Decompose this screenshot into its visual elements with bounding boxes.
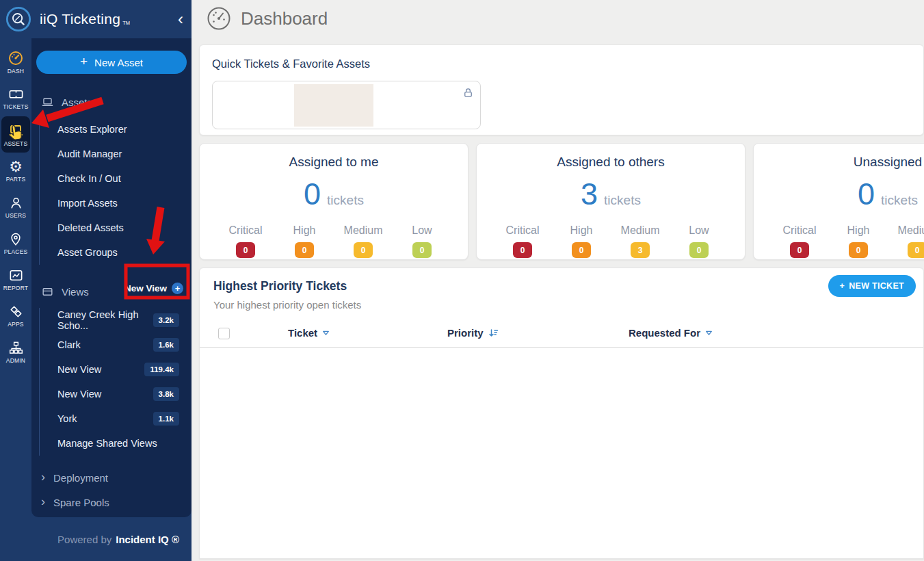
sidebar-item-check-in-out[interactable]: Check In / Out bbox=[57, 166, 192, 191]
count-badge: 119.4k bbox=[144, 363, 179, 376]
ticket-count-unit: tickets bbox=[327, 193, 364, 208]
gear-icon: ⚙ bbox=[9, 159, 23, 174]
rail-item-places[interactable]: PLACES bbox=[1, 225, 30, 261]
priority-low: Low 0 bbox=[670, 224, 728, 258]
priority-count-badge: 0 bbox=[790, 242, 809, 258]
rail-item-admin[interactable]: ADMIN bbox=[1, 334, 30, 370]
column-header-requested-for[interactable]: Requested For bbox=[629, 327, 713, 339]
sidebar-section-deployment[interactable]: › Deployment bbox=[41, 465, 192, 490]
menu-item-label: Asset Groups bbox=[57, 247, 118, 258]
rail-item-label: ASSETS bbox=[4, 140, 28, 147]
priority-label: High bbox=[829, 224, 888, 237]
priority-low: Low 0 bbox=[393, 224, 451, 258]
view-item-new-view-2[interactable]: New View 3.8k bbox=[57, 382, 192, 406]
plus-icon: + bbox=[840, 281, 845, 291]
views-section-label: Views bbox=[62, 286, 89, 298]
view-item-label: Caney Creek High Scho... bbox=[57, 309, 153, 331]
priority-label: Critical bbox=[493, 224, 552, 237]
trademark: TM bbox=[122, 20, 130, 26]
rail-item-dash[interactable]: DASH bbox=[1, 44, 30, 80]
assets-section-header[interactable]: Assets bbox=[41, 96, 187, 109]
view-item-clark[interactable]: Clark 1.6k bbox=[57, 332, 192, 357]
sidebar-item-assets-explorer[interactable]: Assets Explorer bbox=[57, 117, 192, 142]
rail-item-users[interactable]: USERS bbox=[1, 189, 30, 225]
priority-count-badge: 0 bbox=[354, 242, 373, 258]
rail-item-label: USERS bbox=[5, 212, 26, 219]
quick-tickets-title: Quick Tickets & Favorite Assets bbox=[212, 57, 911, 70]
rail-item-label: PARTS bbox=[6, 176, 26, 183]
collapse-sidebar-icon[interactable]: ‹ bbox=[178, 11, 183, 27]
priority-medium: Medium 0 bbox=[888, 224, 924, 258]
chevron-down-icon bbox=[704, 328, 713, 337]
rail-item-label: APPS bbox=[8, 321, 23, 328]
new-asset-button[interactable]: + New Asset bbox=[36, 51, 187, 74]
sidebar-item-audit-manager[interactable]: Audit Manager bbox=[57, 142, 192, 166]
quick-tickets-card: Quick Tickets & Favorite Assets bbox=[199, 44, 924, 135]
menu-item-label: Import Assets bbox=[57, 198, 118, 209]
stat-card-title: Assigned to me bbox=[200, 155, 468, 170]
views-menu: Caney Creek High Scho... 3.2k Clark 1.6k… bbox=[39, 308, 192, 456]
priority-count-badge: 0 bbox=[412, 242, 432, 258]
priority-label: Low bbox=[393, 224, 451, 237]
stat-card-assigned-to-others: Assigned to others 3 tickets Critical 0 … bbox=[476, 143, 745, 260]
new-asset-label: New Asset bbox=[94, 57, 143, 68]
new-view-label: New View bbox=[124, 283, 167, 293]
ticket-count: 0 bbox=[304, 177, 321, 212]
priority-label: High bbox=[275, 224, 334, 237]
column-header-priority[interactable]: Priority bbox=[447, 327, 499, 339]
rail-item-assets[interactable]: ASSETS bbox=[1, 116, 30, 153]
new-view-button[interactable]: New View + bbox=[124, 283, 183, 294]
quick-tickets-strip[interactable] bbox=[212, 81, 481, 129]
rail-item-tickets[interactable]: TICKETS bbox=[1, 80, 30, 116]
page-title: Dashboard bbox=[241, 8, 328, 29]
view-item-label: York bbox=[57, 413, 77, 424]
lock-icon bbox=[462, 87, 474, 101]
highest-priority-tickets-panel: Highest Priority Tickets Your highest pr… bbox=[199, 268, 924, 559]
count-badge: 3.8k bbox=[153, 387, 179, 401]
view-item-new-view-1[interactable]: New View 119.4k bbox=[57, 357, 192, 382]
column-header-ticket[interactable]: Ticket bbox=[288, 327, 330, 339]
priority-label: Critical bbox=[770, 224, 829, 237]
sidebar-section-spare-pools[interactable]: › Spare Pools bbox=[41, 490, 192, 514]
select-all-checkbox[interactable] bbox=[218, 328, 230, 339]
menu-item-label: Check In / Out bbox=[57, 173, 121, 184]
rail-item-parts[interactable]: ⚙ PARTS bbox=[1, 153, 30, 189]
powered-by-footer: Powered by Incident IQ ® bbox=[0, 517, 192, 561]
rail-item-report[interactable]: REPORT bbox=[1, 261, 30, 298]
powered-by-text: Powered by bbox=[57, 534, 111, 545]
stat-cards-row: Assigned to me 0 tickets Critical 0 High… bbox=[199, 143, 924, 260]
views-grid-icon bbox=[41, 285, 54, 298]
laptop-icon bbox=[8, 122, 24, 139]
count-badge: 1.6k bbox=[153, 338, 179, 352]
rail-item-label: REPORT bbox=[3, 285, 28, 291]
view-item-york[interactable]: York 1.1k bbox=[57, 406, 192, 431]
section-label: Spare Pools bbox=[53, 497, 109, 508]
sidebar-item-manage-shared-views[interactable]: Manage Shared Views bbox=[57, 431, 192, 456]
rail-item-apps[interactable]: APPS bbox=[1, 298, 30, 334]
column-label: Requested For bbox=[629, 327, 700, 339]
sidebar-item-deleted-assets[interactable]: Deleted Assets bbox=[57, 216, 192, 240]
rail-item-label: ADMIN bbox=[6, 357, 25, 364]
priority-high: High 0 bbox=[552, 224, 611, 258]
dashboard-content: Quick Tickets & Favorite Assets Assigned… bbox=[192, 37, 924, 559]
person-icon bbox=[8, 195, 24, 211]
priority-count-badge: 0 bbox=[908, 242, 924, 258]
assets-section-label: Assets bbox=[62, 96, 92, 108]
rail-item-label: DASH bbox=[8, 68, 24, 75]
chevron-right-icon: › bbox=[41, 471, 45, 483]
dashboard-gauge-icon bbox=[207, 6, 231, 31]
new-ticket-button[interactable]: + NEW TICKET bbox=[828, 275, 916, 297]
priority-label: Critical bbox=[216, 224, 275, 237]
apps-icon bbox=[8, 304, 24, 319]
views-section-header[interactable]: Views New View + bbox=[41, 285, 187, 298]
icon-rail: DASH TICKETS ASSETS bbox=[0, 38, 31, 517]
priority-medium: Medium 0 bbox=[334, 224, 393, 258]
view-item-caney-creek[interactable]: Caney Creek High Scho... 3.2k bbox=[57, 308, 192, 332]
favorite-asset-thumbnail bbox=[294, 84, 373, 127]
priority-label: Low bbox=[670, 224, 728, 237]
priority-high: High 0 bbox=[829, 224, 888, 258]
sidebar-item-import-assets[interactable]: Import Assets bbox=[57, 191, 192, 216]
tickets-panel-title: Highest Priority Tickets bbox=[213, 279, 910, 293]
sidebar-item-asset-groups[interactable]: Asset Groups bbox=[57, 240, 192, 265]
rail-item-label: PLACES bbox=[4, 248, 28, 255]
